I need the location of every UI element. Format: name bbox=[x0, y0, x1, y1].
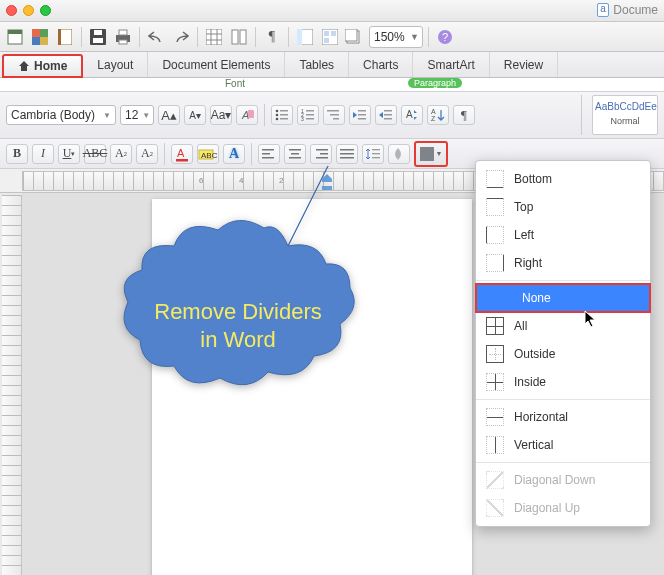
svg-rect-26 bbox=[324, 38, 329, 43]
tab-review[interactable]: Review bbox=[490, 52, 558, 77]
svg-text:A: A bbox=[431, 108, 436, 115]
strikethrough-button[interactable]: ABC bbox=[84, 144, 106, 164]
change-case-button[interactable]: Aa▾ bbox=[210, 105, 232, 125]
svg-rect-70 bbox=[340, 149, 354, 151]
redo-button[interactable] bbox=[170, 26, 192, 48]
border-horizontal-icon bbox=[486, 408, 504, 426]
text-direction-button[interactable]: A bbox=[401, 105, 423, 125]
svg-rect-53 bbox=[384, 118, 392, 120]
svg-rect-40 bbox=[306, 110, 314, 112]
tab-charts[interactable]: Charts bbox=[349, 52, 413, 77]
svg-rect-64 bbox=[289, 149, 301, 151]
menu-item-vertical[interactable]: Vertical bbox=[476, 431, 650, 459]
bullets-button[interactable] bbox=[271, 105, 293, 125]
undo-button[interactable] bbox=[145, 26, 167, 48]
zoom-window-button[interactable] bbox=[40, 5, 51, 16]
close-window-button[interactable] bbox=[6, 5, 17, 16]
window-titlebar: Docume bbox=[0, 0, 664, 22]
navigation-pane-button[interactable] bbox=[294, 26, 316, 48]
media-browser-button[interactable] bbox=[344, 26, 366, 48]
svg-rect-67 bbox=[316, 149, 328, 151]
increase-indent-button[interactable] bbox=[375, 105, 397, 125]
multilevel-list-button[interactable] bbox=[323, 105, 345, 125]
help-button[interactable]: ? bbox=[434, 26, 456, 48]
zoom-value: 150% bbox=[374, 30, 405, 44]
chevron-down-icon: ▼ bbox=[410, 32, 418, 42]
menu-item-bottom[interactable]: Bottom bbox=[476, 165, 650, 193]
menu-item-left[interactable]: Left bbox=[476, 221, 650, 249]
border-top-icon bbox=[486, 198, 504, 216]
notebook-button[interactable] bbox=[54, 26, 76, 48]
menu-item-all[interactable]: All bbox=[476, 312, 650, 340]
document-name: Docume bbox=[613, 3, 658, 17]
borders-button[interactable]: ▼ bbox=[414, 141, 448, 167]
show-marks-button[interactable]: ¶ bbox=[453, 105, 475, 125]
tab-layout[interactable]: Layout bbox=[83, 52, 148, 77]
shading-button[interactable] bbox=[388, 144, 410, 164]
underline-button[interactable]: U▾ bbox=[58, 144, 80, 164]
tab-tables[interactable]: Tables bbox=[285, 52, 349, 77]
menu-item-horizontal[interactable]: Horizontal bbox=[476, 403, 650, 431]
svg-rect-75 bbox=[372, 157, 380, 158]
svg-rect-50 bbox=[358, 118, 366, 120]
borders-dropdown-menu: Bottom Top Left Right None All Outside I… bbox=[475, 160, 651, 527]
columns-button[interactable] bbox=[228, 26, 250, 48]
color-palette-button[interactable] bbox=[29, 26, 51, 48]
svg-point-37 bbox=[276, 118, 279, 121]
line-spacing-button[interactable] bbox=[362, 144, 384, 164]
svg-rect-14 bbox=[206, 29, 222, 45]
svg-rect-13 bbox=[119, 40, 127, 44]
callout-line-1: Remove Dividers bbox=[144, 298, 332, 326]
menu-item-diagonal-up[interactable]: Diagonal Up bbox=[476, 494, 650, 522]
svg-rect-68 bbox=[320, 153, 328, 155]
border-outside-icon bbox=[486, 345, 504, 363]
svg-rect-5 bbox=[40, 37, 48, 45]
font-size-selector[interactable]: 12▼ bbox=[120, 105, 154, 125]
script-editor-button[interactable] bbox=[4, 26, 26, 48]
svg-rect-48 bbox=[358, 110, 366, 112]
font-name-selector[interactable]: Cambria (Body)▼ bbox=[6, 105, 116, 125]
zoom-selector[interactable]: 150% ▼ bbox=[369, 26, 423, 48]
decrease-indent-button[interactable] bbox=[349, 105, 371, 125]
menu-item-top[interactable]: Top bbox=[476, 193, 650, 221]
bold-button[interactable]: B bbox=[6, 144, 28, 164]
svg-rect-51 bbox=[384, 110, 392, 112]
chevron-down-icon: ▼ bbox=[436, 150, 443, 157]
menu-item-diagonal-down[interactable]: Diagonal Down bbox=[476, 466, 650, 494]
numbering-button[interactable]: 123 bbox=[297, 105, 319, 125]
svg-rect-73 bbox=[372, 149, 380, 150]
save-button[interactable] bbox=[87, 26, 109, 48]
tab-doc-elements[interactable]: Document Elements bbox=[148, 52, 285, 77]
grow-font-button[interactable]: A▴ bbox=[158, 105, 180, 125]
svg-rect-22 bbox=[297, 29, 302, 45]
tab-home[interactable]: Home bbox=[2, 54, 83, 78]
print-button[interactable] bbox=[112, 26, 134, 48]
menu-item-inside[interactable]: Inside bbox=[476, 368, 650, 396]
style-normal[interactable]: AaBbCcDdEe Normal bbox=[592, 95, 658, 135]
insert-table-button[interactable] bbox=[203, 26, 225, 48]
minimize-window-button[interactable] bbox=[23, 5, 34, 16]
svg-rect-52 bbox=[384, 114, 392, 116]
gallery-button[interactable] bbox=[319, 26, 341, 48]
sort-button[interactable]: AZ bbox=[427, 105, 449, 125]
menu-item-right[interactable]: Right bbox=[476, 249, 650, 277]
clear-formatting-button[interactable]: A bbox=[236, 105, 258, 125]
shrink-font-button[interactable]: A▾ bbox=[184, 105, 206, 125]
tab-smartart[interactable]: SmartArt bbox=[413, 52, 489, 77]
menu-item-none[interactable]: None bbox=[476, 284, 650, 312]
show-nonprinting-button[interactable]: ¶ bbox=[261, 26, 283, 48]
svg-point-33 bbox=[276, 110, 279, 113]
svg-rect-10 bbox=[94, 30, 102, 35]
svg-rect-9 bbox=[93, 38, 103, 43]
styles-group: AaBbCcDdEe Normal bbox=[581, 95, 658, 135]
svg-rect-71 bbox=[340, 153, 354, 155]
vertical-ruler[interactable] bbox=[2, 195, 22, 575]
svg-rect-32 bbox=[248, 110, 254, 118]
border-all-icon bbox=[486, 317, 504, 335]
svg-rect-28 bbox=[345, 29, 357, 41]
menu-item-outside[interactable]: Outside bbox=[476, 340, 650, 368]
svg-rect-25 bbox=[331, 31, 336, 36]
italic-button[interactable]: I bbox=[32, 144, 54, 164]
svg-rect-38 bbox=[280, 118, 288, 120]
annotation-callout: Remove Dividers in Word bbox=[118, 236, 358, 416]
